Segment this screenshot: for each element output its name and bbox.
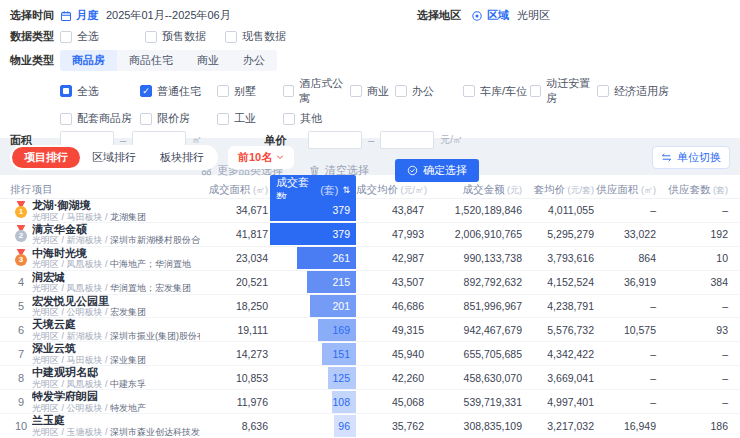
project-developer: 中建东孚: [110, 379, 146, 389]
rank-tab-区域排行[interactable]: 区域排行: [80, 147, 148, 168]
region-value[interactable]: 光明区: [517, 8, 550, 23]
checkbox-工业[interactable]: 工业: [217, 111, 283, 126]
time-mode-button[interactable]: 月度: [60, 8, 98, 23]
unit-switch-button[interactable]: 单位切换: [652, 146, 730, 169]
property-checkbox-row-2: 配套商品房限价房工业其他: [10, 111, 730, 126]
table-row[interactable]: 9特发学府朗园光明区 / 公明板块 / 特发地产11,97610845,0685…: [0, 390, 740, 414]
table-row[interactable]: 1龙湖·御湖境光明区 / 马田板块 / 龙湖集团34,67137943,8471…: [0, 199, 740, 223]
project-cell[interactable]: 深业云筑光明区 / 马田板块 / 深业集团: [32, 342, 208, 365]
avg-price-cell: 45,068: [356, 396, 426, 408]
time-range-value[interactable]: 2025年01月--2025年06月: [106, 8, 231, 23]
table-row[interactable]: 8中建观玥名邸光明区 / 凤凰板块 / 中建东孚10,85312542,2604…: [0, 366, 740, 390]
checkbox-别墅[interactable]: 别墅: [217, 84, 283, 99]
checkbox-label: 预售数据: [162, 29, 206, 44]
checkbox-label: 普通住宅: [157, 84, 201, 99]
table-row[interactable]: 7深业云筑光明区 / 马田板块 / 深业集团14,27315145,940655…: [0, 342, 740, 366]
project-cell[interactable]: 特发学府朗园光明区 / 公明板块 / 特发地产: [32, 390, 208, 413]
table-row[interactable]: 3中海时光境光明区 / 凤凰板块 / 中海地产；华润置地23,03426142,…: [0, 247, 740, 271]
checkbox-商业[interactable]: 商业: [350, 84, 395, 99]
checkbox-box: [463, 85, 475, 97]
checkbox-全选[interactable]: 全选: [60, 29, 145, 44]
column-label: 成交面积: [209, 183, 251, 195]
property-tab-商业[interactable]: 商业: [185, 50, 231, 71]
column-unit: (套): [711, 185, 729, 195]
project-cell[interactable]: 天境云庭光明区 / 新湖板块 / 深圳市振业(集团)股份有限公司: [32, 318, 208, 341]
avg-price-cell: 49,315: [356, 324, 426, 336]
checkbox-box: [350, 85, 362, 97]
project-name: 天境云庭: [32, 318, 200, 331]
amount-cell: 892,792,632: [426, 276, 524, 288]
project-cell[interactable]: 润宏城光明区 / 凤凰板块 / 华润置地；宏发集团: [32, 271, 208, 294]
avg-price-cell: 45,940: [356, 348, 426, 360]
property-tab-商品住宅[interactable]: 商品住宅: [117, 50, 185, 71]
checkbox-预售数据[interactable]: 预售数据: [145, 29, 225, 44]
project-cell[interactable]: 中建观玥名邸光明区 / 凤凰板块 / 中建东孚: [32, 366, 208, 389]
checkbox-经济适用房[interactable]: 经济适用房: [597, 84, 730, 99]
deal-units-bar: 379: [270, 199, 356, 221]
price-range-separator: –: [368, 134, 374, 146]
project-cell[interactable]: 宏发悦见公园里光明区 / 公明板块 / 宏发集团: [32, 295, 208, 318]
column-unit: (㎡): [251, 185, 269, 195]
price-min-input[interactable]: [308, 131, 362, 149]
property-tab-办公[interactable]: 办公: [231, 50, 277, 71]
property-tabs: 商品房商品住宅商业办公: [60, 50, 277, 71]
checkbox-box: [60, 113, 72, 125]
table-row[interactable]: 4润宏城光明区 / 凤凰板块 / 华润置地；宏发集团20,52121543,50…: [0, 271, 740, 295]
table-row[interactable]: 10兰玉庭光明区 / 玉塘板块 / 深圳市森业创达科技发展有限公司8,63696…: [0, 414, 740, 438]
region-mode-button[interactable]: 区域: [471, 8, 509, 23]
checkbox-酒店式公寓[interactable]: 酒店式公寓: [283, 76, 350, 106]
rank-cell: 9: [10, 396, 32, 408]
deal-units-cell: 379: [270, 223, 356, 246]
deal-units-cell: 379: [270, 199, 356, 222]
table-row[interactable]: 2满京华金硕光明区 / 新湖板块 / 深圳市新湖楼村股份合作公司：...41,8…: [0, 223, 740, 247]
rank-cell: 10: [10, 420, 32, 432]
checkbox-车库/车位[interactable]: 车库/车位: [463, 84, 530, 99]
rank-tab-板块排行[interactable]: 板块排行: [148, 147, 216, 168]
project-cell[interactable]: 龙湖·御湖境光明区 / 马田板块 / 龙湖集团: [32, 199, 208, 222]
deal-units-cell: 169: [270, 318, 356, 341]
project-cell[interactable]: 满京华金硕光明区 / 新湖板块 / 深圳市新湖楼村股份合作公司：...: [32, 223, 208, 246]
rank-cell: 3: [10, 249, 32, 268]
supply-units-cell: 93: [658, 324, 730, 336]
checkbox-配套商品房[interactable]: 配套商品房: [60, 111, 140, 126]
project-developer: 特发地产: [110, 403, 146, 413]
amount-cell: 1,520,189,846: [426, 204, 524, 216]
medal-gold-icon: 1: [14, 201, 28, 218]
property-tab-商品房[interactable]: 商品房: [60, 50, 117, 71]
project-path: 光明区 / 凤凰板块 / 华润置地；宏发集团: [32, 283, 200, 293]
confirm-selection-button[interactable]: 确定选择: [395, 159, 479, 182]
top-n-dropdown[interactable]: 前10名: [228, 146, 294, 169]
column-unit: (元): [505, 185, 523, 195]
project-cell[interactable]: 兰玉庭光明区 / 玉塘板块 / 深圳市森业创达科技发展有限公司: [32, 414, 208, 437]
supply-area-cell: 16,949: [596, 420, 658, 432]
project-cell[interactable]: 中海时光境光明区 / 凤凰板块 / 中海地产；华润置地: [32, 247, 208, 270]
table-row[interactable]: 6天境云庭光明区 / 新湖板块 / 深圳市振业(集团)股份有限公司19,1111…: [0, 318, 740, 342]
project-name: 中海时光境: [32, 247, 200, 260]
rank-tabs-row: 项目排行区域排行板块排行 前10名 单位切换: [10, 145, 730, 169]
project-name: 兰玉庭: [32, 414, 200, 427]
checkbox-box: [283, 113, 295, 125]
checkbox-全选[interactable]: 全选: [60, 84, 140, 99]
project-path: 光明区 / 凤凰板块 / 中海地产；华润置地: [32, 259, 200, 269]
supply-area-cell: –: [596, 396, 658, 408]
project-region-path: 光明区 / 马田板块 /: [32, 212, 110, 222]
price-max-input[interactable]: [380, 131, 434, 149]
amount-cell: 308,835,109: [426, 420, 524, 432]
rank-section: 项目排行区域排行板块排行 前10名 单位切换 排行项目成交面积 (㎡)成交套数(…: [0, 138, 740, 438]
table-row[interactable]: 5宏发悦见公园里光明区 / 公明板块 / 宏发集团18,25020146,686…: [0, 295, 740, 319]
checkbox-box: [217, 85, 229, 97]
checkbox-动迁安置房[interactable]: 动迁安置房: [530, 76, 597, 106]
price-per-unit-cell: 3,793,616: [524, 252, 596, 264]
checkbox-现售数据[interactable]: 现售数据: [225, 29, 286, 44]
checkbox-普通住宅[interactable]: ✓普通住宅: [140, 84, 217, 99]
medal-number: 2: [15, 230, 27, 242]
project-name: 深业云筑: [32, 342, 200, 355]
checkbox-限价房[interactable]: 限价房: [140, 111, 217, 126]
rank-tab-项目排行[interactable]: 项目排行: [12, 147, 80, 168]
supply-area-cell: 864: [596, 252, 658, 264]
supply-area-cell: –: [596, 348, 658, 360]
confirm-selection-label: 确定选择: [423, 163, 467, 178]
project-path: 光明区 / 凤凰板块 / 中建东孚: [32, 379, 200, 389]
checkbox-其他[interactable]: 其他: [283, 111, 730, 126]
checkbox-办公[interactable]: 办公: [395, 84, 463, 99]
